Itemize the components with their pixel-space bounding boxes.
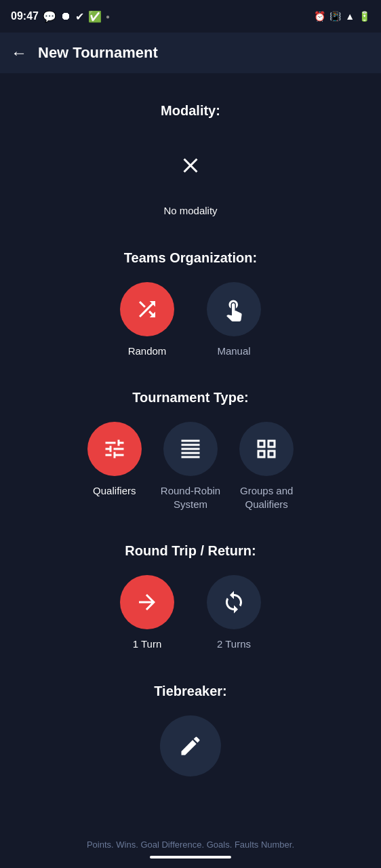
round-robin-label: Round-RobinSystem: [161, 484, 220, 511]
round-trip-label: Round Trip / Return:: [11, 543, 370, 559]
manual-option[interactable]: Manual: [207, 282, 261, 358]
random-label: Random: [128, 344, 167, 358]
no-modality-circle: [160, 135, 221, 196]
check2-icon: ✅: [88, 10, 102, 23]
round-robin-circle: [163, 422, 218, 476]
tiebreaker-label: Tiebreaker:: [11, 684, 370, 699]
bottom-text: Points. Wins. Goal Difference. Goals. Fa…: [87, 840, 294, 850]
bottom-bar: Points. Wins. Goal Difference. Goals. Fa…: [0, 831, 381, 868]
main-content: Modality: No modality Teams Organization…: [0, 73, 381, 820]
media-icon: ⏺: [60, 10, 71, 22]
page-title: New Tournament: [38, 44, 158, 62]
teams-organization-label: Teams Organization:: [11, 250, 370, 266]
arrow-right-icon: [135, 590, 159, 614]
manual-circle: [207, 282, 261, 336]
pencil-icon: [178, 734, 203, 758]
manual-label: Manual: [217, 344, 250, 358]
back-button[interactable]: ←: [11, 45, 27, 61]
groups-qualifiers-label: Groups andQualifiers: [240, 484, 293, 511]
two-turns-circle: [207, 575, 261, 629]
dot-icon: ●: [106, 13, 110, 20]
qualifiers-circle: [87, 422, 142, 476]
random-circle: [120, 282, 174, 336]
two-turns-option[interactable]: 2 Turns: [207, 575, 261, 651]
status-bar: 09:47 💬 ⏺ ✔ ✅ ● ⏰ 📳 ▲ 🔋: [0, 0, 381, 33]
no-modality-label: No modality: [163, 204, 217, 218]
sliders-icon: [102, 437, 127, 461]
tiebreaker-circle: [160, 715, 221, 776]
tournament-type-label: Tournament Type:: [11, 390, 370, 406]
grid-icon: [254, 437, 279, 461]
whatsapp-icon: 💬: [43, 10, 56, 23]
qualifiers-option[interactable]: Qualifiers: [87, 422, 142, 511]
hand-icon: [222, 297, 246, 321]
modality-label: Modality:: [11, 103, 370, 119]
groups-qualifiers-option[interactable]: Groups andQualifiers: [239, 422, 294, 511]
tiebreaker-section: [160, 715, 221, 776]
vibrate-icon: 📳: [329, 11, 341, 22]
battery-icon: 🔋: [359, 11, 370, 22]
modality-section: No modality: [160, 135, 221, 218]
round-trip-group: 1 Turn 2 Turns: [11, 575, 370, 651]
tournament-type-group: Qualifiers Round-RobinSystem Groups andQ…: [11, 422, 370, 511]
table-icon: [178, 437, 203, 461]
one-turn-option[interactable]: 1 Turn: [120, 575, 174, 651]
two-turns-label: 2 Turns: [217, 637, 251, 651]
shuffle-icon: [135, 297, 159, 321]
wifi-icon: ▲: [345, 11, 355, 22]
random-option[interactable]: Random: [120, 282, 174, 358]
alarm-icon: ⏰: [314, 11, 325, 22]
modality-no-modality-option[interactable]: No modality: [160, 135, 221, 218]
status-time: 09:47: [11, 10, 39, 22]
qualifiers-label: Qualifiers: [93, 484, 136, 498]
one-turn-circle: [120, 575, 174, 629]
tiebreaker-option[interactable]: [160, 715, 221, 776]
teams-organization-group: Random Manual: [11, 282, 370, 358]
groups-qualifiers-circle: [239, 422, 294, 476]
round-robin-option[interactable]: Round-RobinSystem: [161, 422, 220, 511]
refresh-icon: [222, 590, 246, 614]
x-icon: [178, 153, 203, 178]
home-indicator: [150, 856, 231, 859]
check-icon: ✔: [75, 10, 84, 23]
one-turn-label: 1 Turn: [133, 637, 162, 651]
app-bar: ← New Tournament: [0, 33, 381, 73]
